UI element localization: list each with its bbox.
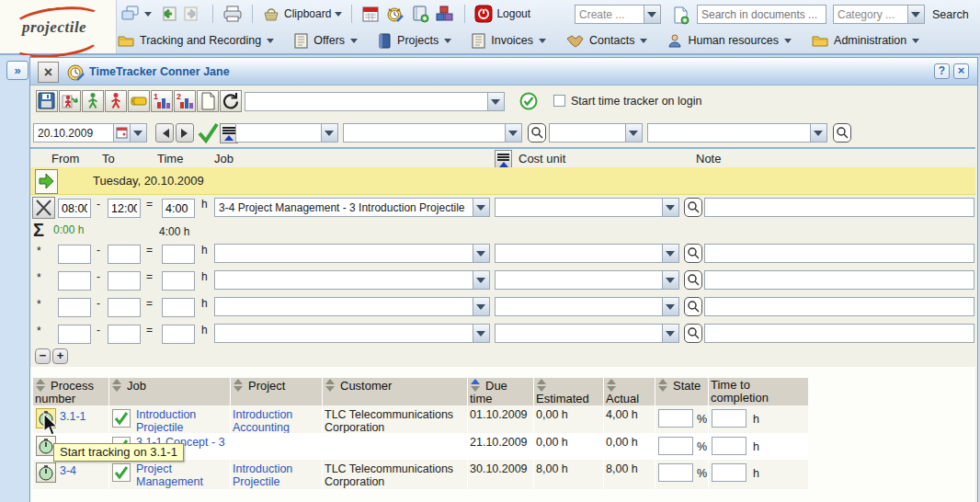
create-select[interactable]: Create ... <box>575 5 661 24</box>
window-help-button[interactable]: ? <box>934 63 950 79</box>
th-actual-time[interactable]: Actual time <box>604 378 655 405</box>
project-link[interactable]: Introduction Accounting <box>231 405 323 433</box>
project-link[interactable]: Introduction Projectile <box>231 460 323 489</box>
check-in-out-button[interactable] <box>59 90 81 112</box>
th-state[interactable]: State <box>655 378 709 405</box>
filter-select-2[interactable] <box>343 123 522 143</box>
blank-hours-input[interactable] <box>162 271 195 291</box>
next-day-button[interactable] <box>176 123 194 143</box>
category-select[interactable]: Category ... <box>833 5 925 24</box>
logo[interactable]: projectile <box>0 0 117 53</box>
filter-select-4[interactable] <box>647 123 827 143</box>
menu-tracking-and-recording[interactable]: Tracking and Recording <box>118 33 274 48</box>
blank-to-input[interactable] <box>108 271 141 291</box>
erase-button[interactable] <box>128 90 150 112</box>
menu-contacts[interactable]: Contacts <box>566 34 647 48</box>
blank-cost-select[interactable] <box>495 297 679 316</box>
blank-from-input[interactable] <box>58 298 91 317</box>
th-customer[interactable]: Customer <box>323 378 468 405</box>
calendar-button[interactable] <box>359 3 382 25</box>
blank-from-input[interactable] <box>58 245 91 264</box>
entry-hours-input[interactable] <box>162 199 195 218</box>
start-tracking-button[interactable] <box>36 462 56 483</box>
window-close-button[interactable]: × <box>953 63 969 79</box>
blank-cost-select[interactable] <box>495 324 679 343</box>
completion-input[interactable] <box>712 463 746 482</box>
job-done-button[interactable] <box>112 463 131 482</box>
blank-hours-input[interactable] <box>162 298 195 317</box>
blank-cost-search-button[interactable] <box>684 244 702 263</box>
delete-entry-button[interactable] <box>32 197 55 219</box>
report-2-button[interactable]: 2 <box>174 90 196 112</box>
blank-to-input[interactable] <box>108 298 141 317</box>
notebook-add-button[interactable] <box>408 3 432 25</box>
filter-search-button-2[interactable] <box>833 123 851 143</box>
menu-projects[interactable]: Projects <box>378 33 451 49</box>
entry-cost-search-button[interactable] <box>684 198 702 217</box>
search-input[interactable] <box>697 5 826 24</box>
blank-note-input[interactable] <box>704 324 974 343</box>
process-link[interactable]: 3.1-1 <box>60 410 86 423</box>
blank-hours-input[interactable] <box>162 325 195 344</box>
blank-hours-input[interactable] <box>162 245 195 264</box>
completion-input[interactable] <box>712 437 746 455</box>
entry-from-input[interactable] <box>58 199 91 218</box>
menu-invoices[interactable]: Invoices <box>472 33 546 49</box>
new-document-button[interactable] <box>668 4 692 27</box>
start-on-login-checkbox[interactable] <box>553 95 565 107</box>
filter-select-3[interactable] <box>549 123 643 143</box>
sort-icon[interactable] <box>606 379 617 392</box>
time-tracker-button[interactable] <box>382 3 408 25</box>
go-button[interactable] <box>105 90 127 112</box>
blank-cost-search-button[interactable] <box>684 270 702 290</box>
tracker-job-select[interactable] <box>245 92 505 111</box>
menu-administration[interactable]: Administration <box>812 33 919 48</box>
blank-note-input[interactable] <box>704 244 974 263</box>
blank-from-input[interactable] <box>58 325 91 344</box>
new-entry-button[interactable] <box>197 90 219 112</box>
entry-cost-select[interactable] <box>495 198 679 217</box>
entry-job-select[interactable]: 3-4 Project Management - 3 Introduction … <box>214 198 490 217</box>
blank-job-select[interactable] <box>214 244 490 263</box>
add-row-button[interactable]: + <box>52 348 68 364</box>
sort-icon-ascending[interactable] <box>470 379 481 392</box>
date-picker[interactable]: 20.10.2009 <box>33 123 147 143</box>
blank-job-select[interactable] <box>214 297 490 316</box>
sort-cost-button[interactable] <box>495 150 512 168</box>
sidebar-expand-button[interactable]: » <box>6 61 28 80</box>
refresh-button[interactable] <box>220 90 242 112</box>
project-link[interactable] <box>231 433 323 460</box>
sort-icon[interactable] <box>233 379 244 392</box>
th-project[interactable]: Project <box>231 378 323 405</box>
sort-icon[interactable] <box>657 379 668 392</box>
completion-input[interactable] <box>712 409 746 428</box>
process-link[interactable]: 3-4 <box>60 464 76 477</box>
calendar-picker-button[interactable] <box>113 124 131 142</box>
menu-human-resources[interactable]: Human resources <box>667 33 792 48</box>
confirm-circle-icon[interactable] <box>519 92 538 110</box>
state-input[interactable] <box>658 437 693 455</box>
come-button[interactable] <box>82 90 104 112</box>
entry-to-input[interactable] <box>108 199 141 218</box>
blank-cost-search-button[interactable] <box>684 297 702 316</box>
blank-note-input[interactable] <box>704 297 974 316</box>
search-button[interactable]: Search <box>932 8 969 21</box>
apply-date-button[interactable] <box>196 121 220 144</box>
job-link[interactable]: Project Management <box>136 462 228 488</box>
menu-offers[interactable]: Offers <box>294 33 358 49</box>
logout-button[interactable]: Logout <box>472 3 533 25</box>
th-process-number[interactable]: Process number <box>33 378 109 405</box>
th-time-to-completion[interactable]: Time to completion <box>709 378 808 405</box>
back-button[interactable] <box>154 3 180 25</box>
forward-button[interactable] <box>180 3 206 25</box>
th-estimated-time[interactable]: Estimated time <box>534 378 604 405</box>
blank-job-select[interactable] <box>214 324 490 343</box>
clipboard-menu[interactable]: Clipboard <box>259 3 345 25</box>
blank-cost-search-button[interactable] <box>684 324 702 343</box>
remove-row-button[interactable]: − <box>35 348 51 364</box>
previous-day-button[interactable] <box>155 123 174 143</box>
sort-icon[interactable] <box>536 379 547 392</box>
window-close-button-left[interactable]: × <box>38 62 59 83</box>
state-input[interactable] <box>658 409 693 428</box>
blank-cost-select[interactable] <box>495 270 679 290</box>
